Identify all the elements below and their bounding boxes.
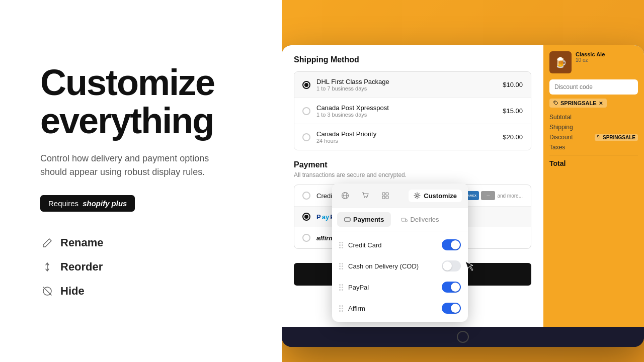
shipping-option-canada-priority[interactable]: Canada Post Priority 24 hours $20.00 bbox=[294, 124, 531, 150]
customize-panel: Customize Payments bbox=[332, 184, 468, 322]
order-line-subtotal: Subtotal bbox=[549, 114, 638, 121]
customize-button[interactable]: Customize bbox=[409, 190, 462, 202]
feature-hide: Hide bbox=[40, 284, 252, 298]
tag-icon bbox=[553, 101, 558, 106]
rename-icon bbox=[40, 236, 54, 250]
tab-deliveries-label: Deliveries bbox=[410, 216, 439, 223]
cod-toggle[interactable] bbox=[442, 260, 461, 272]
taxes-label: Taxes bbox=[549, 144, 565, 151]
total-line: Total bbox=[549, 159, 638, 167]
order-line-shipping: Shipping bbox=[549, 124, 638, 131]
radio-affirm bbox=[302, 234, 310, 242]
payment-subtitle: All transactions are secure and encrypte… bbox=[294, 171, 531, 178]
tab-payments[interactable]: Payments bbox=[337, 212, 391, 227]
cod-row-label: Cash on Delivery (COD) bbox=[348, 262, 437, 270]
drag-handle-affirm[interactable] bbox=[339, 305, 343, 312]
shopify-plus-badge: Requires shopify plus bbox=[40, 195, 135, 212]
tablet-device: Shipping Method DHL First Class Package … bbox=[282, 45, 644, 347]
subtotal-label: Subtotal bbox=[549, 114, 572, 121]
tab-deliveries[interactable]: Deliveries bbox=[394, 212, 446, 227]
product-name: Classic Ale bbox=[576, 51, 605, 57]
tab-payments-label: Payments bbox=[353, 216, 384, 223]
panel-row-credit-card: Credit Card bbox=[332, 234, 468, 255]
and-more-label: and more... bbox=[497, 193, 523, 199]
gear-small-icon bbox=[414, 192, 421, 199]
badge-shopify: shopify bbox=[83, 199, 109, 208]
discount-tag-close[interactable]: ✕ bbox=[599, 101, 603, 106]
right-section: Shipping Method DHL First Class Package … bbox=[282, 0, 644, 362]
order-line-discount: Discount SPRINGSALE bbox=[549, 134, 638, 141]
product-info: Classic Ale 10 oz bbox=[576, 51, 605, 73]
panel-toolbar: Customize bbox=[332, 184, 468, 208]
hero-title: Customize everything bbox=[40, 64, 252, 140]
radio-dhl bbox=[302, 81, 310, 89]
badge-plus: plus bbox=[112, 199, 127, 208]
drag-handle-cod[interactable] bbox=[339, 263, 343, 269]
svg-rect-9 bbox=[382, 196, 385, 199]
feature-reorder: Reorder bbox=[40, 260, 252, 274]
radio-paypal bbox=[302, 213, 310, 221]
deliveries-tab-icon bbox=[401, 216, 408, 223]
paypal-text-ay: ay bbox=[322, 213, 329, 221]
shipping-days-dhl: 1 to 7 business days bbox=[316, 85, 497, 92]
shipping-price-dhl: $10.00 bbox=[503, 81, 523, 88]
shipping-name-dhl: DHL First Class Package bbox=[316, 78, 497, 85]
globe-icon[interactable] bbox=[338, 189, 352, 203]
shipping-days-canada-priority: 24 hours bbox=[316, 138, 497, 144]
shipping-info-canada-priority: Canada Post Priority 24 hours bbox=[316, 130, 497, 144]
order-sidebar: 🍺 Classic Ale 10 oz SPRINGSALE ✕ bbox=[543, 45, 644, 327]
drag-handle-paypal[interactable] bbox=[339, 284, 343, 291]
paypal-toggle[interactable] bbox=[442, 282, 461, 293]
panel-row-affirm: Affirm bbox=[332, 298, 468, 319]
paypal-row-label: PayPal bbox=[348, 284, 437, 291]
payments-tab-icon bbox=[344, 216, 351, 223]
discount-tag: SPRINGSALE ✕ bbox=[549, 99, 607, 108]
shipping-days-canada-xpress: 1 to 3 business days bbox=[316, 112, 497, 118]
cart-icon[interactable] bbox=[358, 189, 372, 203]
grid-icon[interactable] bbox=[378, 189, 392, 203]
customize-label: Customize bbox=[424, 192, 457, 200]
total-label: Total bbox=[549, 159, 566, 167]
hide-icon bbox=[40, 284, 54, 298]
svg-rect-10 bbox=[386, 196, 388, 199]
shipping-info-dhl: DHL First Class Package 1 to 7 business … bbox=[316, 78, 497, 92]
credit-card-toggle[interactable] bbox=[442, 239, 461, 250]
hide-label: Hide bbox=[60, 285, 85, 298]
left-section: Customize everything Control how deliver… bbox=[0, 0, 282, 362]
shipping-option-dhl[interactable]: DHL First Class Package 1 to 7 business … bbox=[294, 72, 531, 98]
panel-row-cod: Cash on Delivery (COD) bbox=[332, 255, 468, 277]
svg-rect-7 bbox=[382, 193, 385, 195]
svg-rect-8 bbox=[386, 193, 388, 195]
shipping-info-canada-xpress: Canada Post Xpresspost 1 to 3 business d… bbox=[316, 104, 497, 118]
product-thumbnail: 🍺 bbox=[549, 51, 572, 73]
payment-title: Payment bbox=[294, 160, 531, 169]
radio-canada-priority bbox=[302, 133, 310, 141]
credit-card-row-label: Credit Card bbox=[348, 241, 437, 249]
shipping-name-canada-xpress: Canada Post Xpresspost bbox=[316, 104, 497, 112]
shipping-option-canada-xpress[interactable]: Canada Post Xpresspost 1 to 3 business d… bbox=[294, 98, 531, 124]
badge-requires: Requires bbox=[48, 199, 78, 208]
generic-card-icon: — bbox=[481, 191, 495, 200]
svg-rect-14 bbox=[401, 218, 406, 221]
affirm-toggle[interactable] bbox=[442, 303, 461, 314]
discount-code-input[interactable] bbox=[549, 79, 638, 95]
svg-point-6 bbox=[366, 197, 367, 198]
feature-list: Rename Reorder Hide bbox=[40, 236, 252, 298]
paypal-text-p: P bbox=[316, 213, 321, 221]
product-item: 🍺 Classic Ale 10 oz bbox=[549, 51, 638, 73]
drag-handle-credit-card[interactable] bbox=[339, 242, 343, 248]
radio-credit-card bbox=[302, 192, 310, 200]
shipping-section-title: Shipping Method bbox=[294, 55, 531, 64]
rename-label: Rename bbox=[60, 236, 104, 249]
svg-point-1 bbox=[554, 102, 555, 103]
hero-subtitle: Control how delivery and payment options… bbox=[40, 152, 231, 179]
feature-rename: Rename bbox=[40, 236, 252, 250]
home-button[interactable] bbox=[457, 331, 469, 343]
panel-row-paypal: PayPal bbox=[332, 277, 468, 298]
product-size: 10 oz bbox=[576, 57, 605, 63]
reorder-label: Reorder bbox=[60, 260, 103, 274]
shipping-price-canada-priority: $20.00 bbox=[503, 133, 523, 141]
discount-badge-icon bbox=[597, 135, 601, 139]
discount-badge: SPRINGSALE bbox=[595, 134, 638, 141]
svg-point-5 bbox=[364, 197, 365, 198]
